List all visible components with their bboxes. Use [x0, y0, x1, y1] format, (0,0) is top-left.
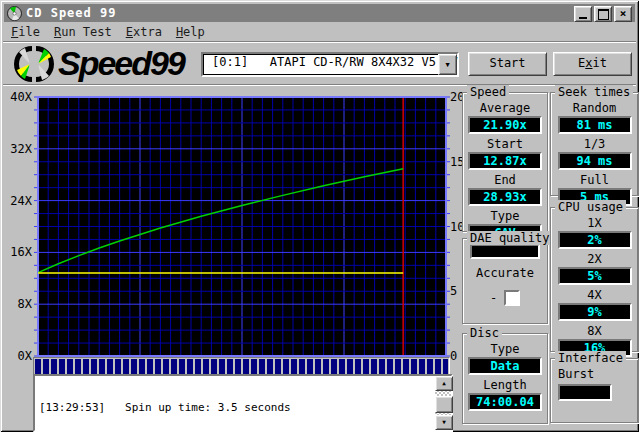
cpu-usage-panel: CPU usage 1X 2% 2X 5% 4X 9% 8X 16%	[550, 207, 639, 352]
disc-panel: Disc Type Data Length 74:00.04	[462, 333, 548, 424]
cpu-2x-label: 2X	[587, 252, 601, 267]
dae-quality-title: DAE quality	[467, 231, 552, 245]
maximize-button[interactable]	[594, 6, 612, 22]
app-cd-icon	[7, 6, 22, 21]
seek-times-panel: Seek times Random 81 ms 1/3 94 ms Full 5…	[550, 92, 639, 196]
drive-select-value: [0:1] ATAPI CD-R/RW 8X4X32 V5.IV	[203, 54, 457, 71]
end-value: 28.93x	[468, 188, 542, 206]
speed-panel-title: Speed	[467, 85, 509, 99]
third-seek-label: 1/3	[584, 137, 606, 152]
dae-quality-value	[470, 244, 540, 259]
close-button[interactable]: ×	[614, 6, 632, 22]
interface-panel: Interface Burst	[550, 358, 639, 423]
title-bar: CD Speed 99 ×	[4, 4, 635, 22]
left-axis-tick: 24X	[2, 194, 32, 208]
arrow-up-icon: ▲	[442, 379, 446, 386]
disc-title: Disc	[467, 326, 502, 340]
separator	[3, 84, 636, 86]
average-value: 21.90x	[468, 116, 542, 134]
scroll-up-button[interactable]: ▲	[435, 376, 453, 391]
random-seek-value: 81 ms	[558, 116, 632, 134]
cpu-4x-value: 9%	[558, 303, 632, 321]
exit-button[interactable]: Exit	[553, 52, 632, 76]
average-label: Average	[480, 101, 531, 116]
start-label: Start	[487, 137, 523, 152]
speed99-logo-icon	[11, 44, 57, 84]
drive-select-dropdown-button[interactable]: ▼	[438, 54, 457, 75]
accurate-label: Accurate	[476, 266, 534, 281]
maximize-icon	[598, 9, 609, 20]
random-seek-label: Random	[573, 101, 616, 116]
drive-select[interactable]: [0:1] ATAPI CD-R/RW 8X4X32 V5.IV ▼	[201, 52, 459, 77]
log-lines: [13:29:53] Spin up time: 3.5 seconds [13…	[39, 377, 433, 429]
close-icon: ×	[620, 9, 627, 19]
interface-title: Interface	[555, 351, 626, 365]
end-label: End	[494, 173, 516, 188]
start-value: 12.87x	[468, 152, 542, 170]
start-button[interactable]: Start	[468, 52, 547, 76]
separator	[3, 41, 636, 43]
scroll-down-button[interactable]: ▼	[435, 415, 453, 430]
menu-file[interactable]: File	[5, 24, 48, 40]
menu-run-test[interactable]: Run Test	[48, 24, 120, 40]
app-window: CD Speed 99 × File Run Test Extra Help S…	[0, 0, 639, 432]
progress-fill	[35, 359, 448, 374]
left-axis-tick: 32X	[2, 142, 32, 156]
logo-text: Speed99	[58, 44, 184, 83]
cpu-usage-title: CPU usage	[555, 200, 626, 214]
left-axis-tick: 16X	[2, 245, 32, 259]
right-axis-tick: 5	[450, 284, 457, 298]
minimize-icon	[579, 17, 587, 19]
menu-extra[interactable]: Extra	[120, 24, 170, 40]
cpu-8x-label: 8X	[587, 324, 601, 339]
disc-type-value: Data	[468, 357, 542, 375]
menu-help[interactable]: Help	[170, 24, 213, 40]
arrow-down-icon: ▼	[442, 418, 446, 425]
speed-chart	[34, 93, 458, 360]
log-listbox[interactable]: [13:29:53] Spin up time: 3.5 seconds [13…	[33, 374, 453, 432]
menu-bar: File Run Test Extra Help	[5, 23, 635, 40]
burst-label: Burst	[558, 367, 594, 382]
cpu-1x-value: 2%	[558, 231, 632, 249]
cpu-2x-value: 5%	[558, 267, 632, 285]
left-axis-tick: 40X	[2, 90, 32, 104]
log-scrollbar[interactable]: ▲ ▼	[435, 376, 451, 430]
disc-length-label: Length	[483, 378, 526, 393]
cpu-4x-label: 4X	[587, 288, 601, 303]
cpu-1x-label: 1X	[587, 216, 601, 231]
left-axis-tick: 8X	[2, 297, 32, 311]
seek-times-title: Seek times	[555, 85, 633, 99]
full-seek-label: Full	[580, 173, 609, 188]
dae-quality-panel: DAE quality Accurate -	[462, 238, 548, 324]
log-line: [13:29:53] Spin up time: 3.5 seconds	[39, 402, 433, 415]
disc-length-value: 74:00.04	[468, 393, 542, 411]
window-title: CD Speed 99	[26, 6, 116, 20]
disc-type-label: Type	[491, 342, 520, 357]
burst-value	[558, 384, 612, 401]
type-label: Type	[491, 209, 520, 224]
third-seek-value: 94 ms	[558, 152, 632, 170]
accurate-checkbox[interactable]	[504, 290, 520, 306]
left-axis-tick: 0X	[2, 349, 32, 363]
minimize-button[interactable]	[574, 6, 592, 22]
speed-panel: Speed Average 21.90x Start 12.87x End 28…	[462, 92, 548, 232]
chevron-down-icon: ▼	[445, 61, 449, 69]
right-axis-tick: 0	[450, 349, 457, 363]
scrollbar-thumb[interactable]	[435, 396, 453, 413]
accurate-dash: -	[490, 291, 497, 305]
